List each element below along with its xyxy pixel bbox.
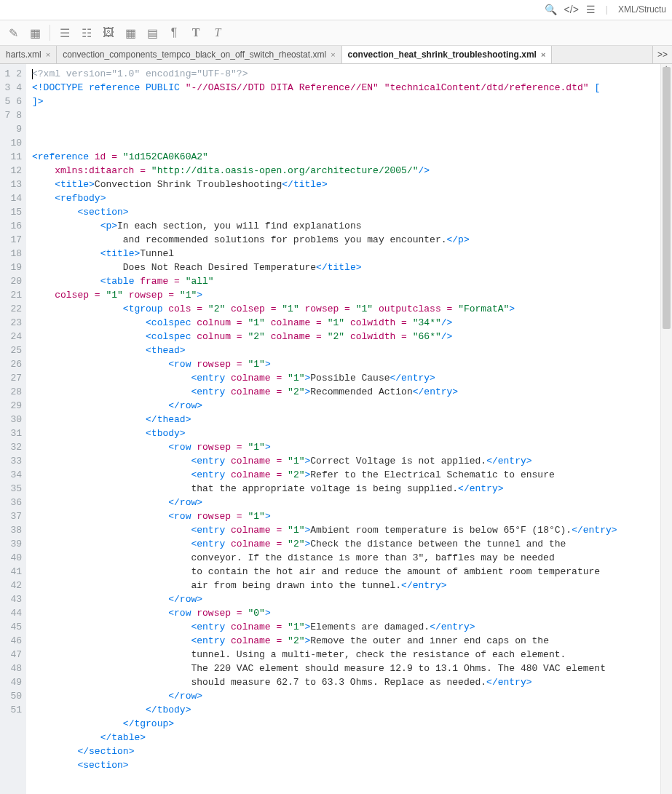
italic-icon[interactable]: T bbox=[209, 24, 226, 41]
more-tabs-button[interactable]: >> bbox=[652, 46, 672, 63]
top-info-bar: 🔍 </> ☰ | XML/Structu bbox=[0, 0, 672, 20]
toggle-tags-icon[interactable]: ✎ bbox=[4, 24, 22, 41]
format-toolbar: ✎ ▦ ☰ ☷ 🖼 ▦ ▤ ¶ T T bbox=[0, 20, 672, 46]
tab-label: convection_components_tempco_black_on_of… bbox=[63, 49, 326, 60]
tab-label: harts.xml bbox=[6, 49, 41, 60]
structure-view-icon[interactable]: ▦ bbox=[26, 24, 44, 41]
breadcrumb-label: XML/Structu bbox=[618, 4, 666, 15]
close-icon[interactable]: × bbox=[541, 50, 545, 59]
tab-convection-heat-shrink[interactable]: convection_heat_shrink_troubleshooting.x… bbox=[342, 46, 553, 63]
structure-icon[interactable]: ☰ bbox=[586, 4, 596, 15]
search-icon[interactable]: 🔍 bbox=[545, 4, 557, 15]
close-icon[interactable]: × bbox=[46, 50, 50, 59]
code-area[interactable]: <?xml version="1.0" encoding="UTF-8"?> <… bbox=[26, 64, 672, 794]
close-icon[interactable]: × bbox=[331, 50, 335, 59]
bold-icon[interactable]: T bbox=[187, 24, 205, 41]
tab-convection-components[interactable]: convection_components_tempco_black_on_of… bbox=[57, 46, 341, 63]
source-code-icon[interactable]: </> bbox=[564, 4, 579, 15]
line-number-gutter: 1 2 3 4 5 6 7 8 9 10 11 12 13 14 15 16 1… bbox=[0, 64, 26, 794]
toolbar-separator bbox=[50, 25, 50, 41]
table-icon[interactable]: ▦ bbox=[122, 24, 139, 41]
vertical-scrollbar[interactable]: ∧ bbox=[660, 64, 672, 794]
ordered-list-icon[interactable]: ☰ bbox=[56, 24, 74, 41]
image-icon[interactable]: 🖼 bbox=[100, 24, 117, 41]
separator: | bbox=[606, 4, 608, 15]
pilcrow-icon[interactable]: ¶ bbox=[165, 24, 183, 41]
tab-harts[interactable]: harts.xml × bbox=[0, 46, 57, 63]
editor: 1 2 3 4 5 6 7 8 9 10 11 12 13 14 15 16 1… bbox=[0, 64, 672, 794]
note-icon[interactable]: ▤ bbox=[143, 24, 161, 41]
editor-tabs: harts.xml × convection_components_tempco… bbox=[0, 46, 672, 64]
scrollbar-thumb[interactable] bbox=[663, 67, 671, 329]
unordered-list-icon[interactable]: ☷ bbox=[78, 24, 95, 41]
tab-label: convection_heat_shrink_troubleshooting.x… bbox=[348, 49, 537, 60]
tabstrip-spacer bbox=[552, 46, 652, 63]
